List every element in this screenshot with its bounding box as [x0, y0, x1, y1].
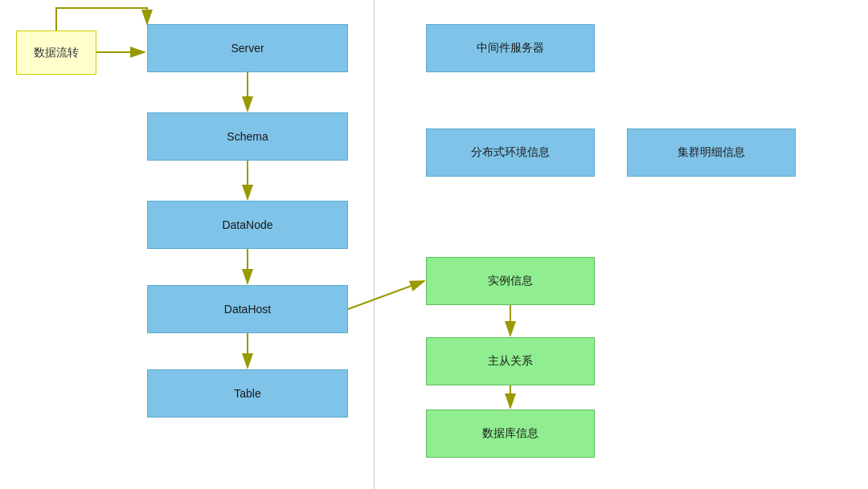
distributed-box: 分布式环境信息	[426, 128, 595, 177]
server-label: Server	[231, 42, 264, 55]
schema-label: Schema	[227, 130, 268, 143]
table-box: Table	[147, 369, 348, 418]
instance-label: 实例信息	[488, 274, 533, 288]
table-label: Table	[234, 387, 260, 400]
datahost-box: DataHost	[147, 285, 348, 333]
datanode-label: DataNode	[222, 218, 272, 231]
master-slave-box: 主从关系	[426, 337, 595, 385]
server-box: Server	[147, 24, 348, 72]
cluster-box: 集群明细信息	[627, 128, 796, 177]
master-slave-label: 主从关系	[488, 354, 533, 369]
database-info-box: 数据库信息	[426, 410, 595, 458]
datanode-box: DataNode	[147, 201, 348, 249]
data-flow-box: 数据流转	[16, 31, 96, 75]
divider	[374, 0, 375, 489]
data-flow-label: 数据流转	[34, 46, 79, 60]
svg-line-6	[348, 281, 424, 309]
middleware-label: 中间件服务器	[477, 41, 544, 55]
datahost-label: DataHost	[224, 303, 271, 316]
diagram-container: 数据流转 Server Schema DataNode DataHost Tab…	[0, 0, 868, 489]
distributed-label: 分布式环境信息	[471, 145, 550, 160]
schema-box: Schema	[147, 112, 348, 161]
middleware-box: 中间件服务器	[426, 24, 595, 72]
instance-box: 实例信息	[426, 257, 595, 305]
database-info-label: 数据库信息	[482, 426, 538, 441]
cluster-label: 集群明细信息	[678, 145, 745, 160]
